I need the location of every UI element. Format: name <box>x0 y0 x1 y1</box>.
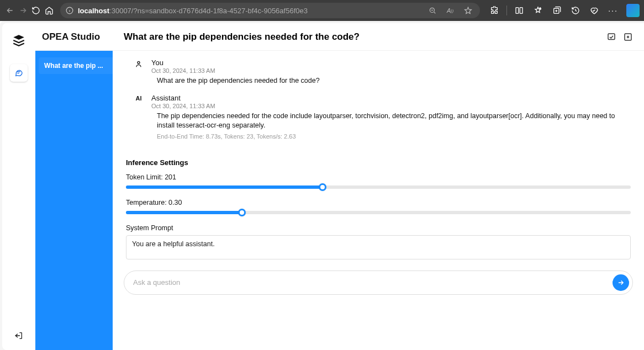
extensions-icon[interactable] <box>485 2 503 19</box>
svg-rect-3 <box>520 8 522 14</box>
copilot-icon[interactable] <box>626 4 640 17</box>
browser-toolbar: localhost:30007/?ns=sandbox-d7676d4d-1f8… <box>0 0 644 21</box>
svg-point-7 <box>138 61 140 63</box>
app-shell: OPEA Studio What are the pip ... What ar… <box>0 21 644 350</box>
user-avatar-icon <box>133 59 145 86</box>
chat-log: You Oct 30, 2024, 11:33 AM What are the … <box>113 51 644 151</box>
share-icon[interactable] <box>606 32 616 42</box>
token-limit-slider[interactable] <box>126 185 631 189</box>
conversations-icon[interactable] <box>10 64 28 82</box>
app-title: OPEA Studio <box>35 23 113 51</box>
more-icon[interactable]: ··· <box>604 2 622 19</box>
collections-icon[interactable] <box>548 2 566 19</box>
inference-settings: Inference Settings Token Limit: 201 Temp… <box>113 151 644 265</box>
page-title: What are the pip dependencies needed for… <box>124 31 360 43</box>
message-author: Assistant <box>151 94 630 102</box>
message-assistant: AI Assistant Oct 30, 2024, 11:33 AM The … <box>133 94 630 140</box>
read-aloud-icon[interactable]: A)) <box>444 2 457 19</box>
home-button[interactable] <box>44 2 55 19</box>
refresh-button[interactable] <box>31 2 42 19</box>
split-screen-icon[interactable] <box>510 2 528 19</box>
new-chat-icon[interactable] <box>623 32 633 42</box>
slider-thumb[interactable] <box>238 209 246 216</box>
chat-input[interactable] <box>133 278 613 287</box>
favorites-icon[interactable] <box>529 2 547 19</box>
message-time: Oct 30, 2024, 11:33 AM <box>151 67 630 74</box>
temperature-slider[interactable] <box>126 211 631 214</box>
logout-icon[interactable] <box>10 327 28 344</box>
browser-essentials-icon[interactable] <box>585 2 603 19</box>
back-button[interactable] <box>4 2 15 19</box>
composer <box>113 265 644 305</box>
conversation-item[interactable]: What are the pip ... <box>39 57 113 74</box>
info-icon[interactable] <box>66 7 73 14</box>
main-panel: What are the pip dependencies needed for… <box>113 23 644 350</box>
forward-button[interactable] <box>18 2 29 19</box>
conversation-list: What are the pip ... <box>35 51 113 350</box>
system-prompt-label: System Prompt <box>126 224 631 232</box>
sidebar: OPEA Studio What are the pip ... <box>35 23 113 350</box>
ai-avatar-icon: AI <box>133 94 145 140</box>
settings-title: Inference Settings <box>126 158 631 167</box>
main-header: What are the pip dependencies needed for… <box>113 23 644 51</box>
message-time: Oct 30, 2024, 11:33 AM <box>151 103 630 109</box>
history-icon[interactable] <box>567 2 584 19</box>
app-logo-icon <box>12 33 26 47</box>
favorite-icon[interactable] <box>461 2 474 19</box>
message-metrics: End-to-End Time: 8.73s, Tokens: 23, Toke… <box>151 133 630 140</box>
system-prompt-input[interactable]: You are a helpful assistant. <box>126 235 631 259</box>
message-text: The pip dependencies needed for the code… <box>151 112 630 131</box>
send-button[interactable] <box>613 274 629 291</box>
address-bar[interactable]: localhost:30007/?ns=sandbox-d7676d4d-1f8… <box>60 3 480 18</box>
url-text: localhost:30007/?ns=sandbox-d7676d4d-1f8… <box>78 7 308 15</box>
message-user: You Oct 30, 2024, 11:33 AM What are the … <box>133 59 630 86</box>
temperature-label: Temperature: 0.30 <box>126 199 631 206</box>
message-text: What are the pip dependencies needed for… <box>151 76 630 86</box>
token-limit-label: Token Limit: 201 <box>126 173 631 181</box>
svg-rect-2 <box>516 8 519 14</box>
svg-rect-5 <box>608 34 615 40</box>
nav-rail <box>2 23 35 350</box>
message-author: You <box>151 59 630 67</box>
zoom-out-icon[interactable] <box>426 2 439 19</box>
slider-thumb[interactable] <box>319 183 326 191</box>
